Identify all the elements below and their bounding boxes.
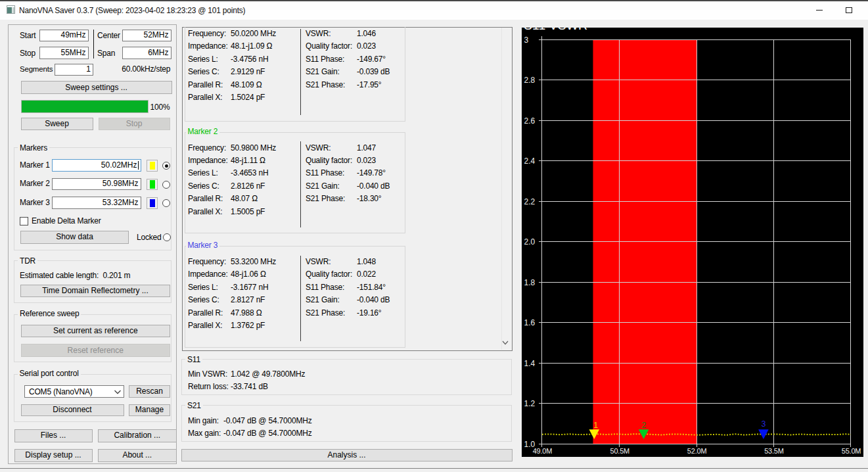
svg-text:52.0M: 52.0M <box>687 447 706 455</box>
svg-text:50.5M: 50.5M <box>610 447 629 455</box>
svg-text:1.2: 1.2 <box>524 399 535 408</box>
svg-text:1.4: 1.4 <box>524 359 535 368</box>
svg-text:1: 1 <box>593 421 598 430</box>
svg-text:3: 3 <box>524 35 528 45</box>
svg-text:2.2: 2.2 <box>524 197 535 206</box>
svg-text:53.5M: 53.5M <box>764 447 784 455</box>
svg-text:2.4: 2.4 <box>524 157 535 166</box>
svg-text:1.6: 1.6 <box>524 318 535 327</box>
svg-text:3: 3 <box>761 419 765 429</box>
svg-text:2: 2 <box>641 421 646 430</box>
svg-text:55.0M: 55.0M <box>841 447 861 455</box>
svg-text:1.8: 1.8 <box>524 278 535 287</box>
svg-text:2.8: 2.8 <box>524 76 535 85</box>
svg-text:2.6: 2.6 <box>524 116 535 126</box>
svg-text:2.0: 2.0 <box>524 237 535 247</box>
svg-text:S11 VSWR: S11 VSWR <box>524 28 587 32</box>
svg-text:49.0M: 49.0M <box>532 447 552 455</box>
